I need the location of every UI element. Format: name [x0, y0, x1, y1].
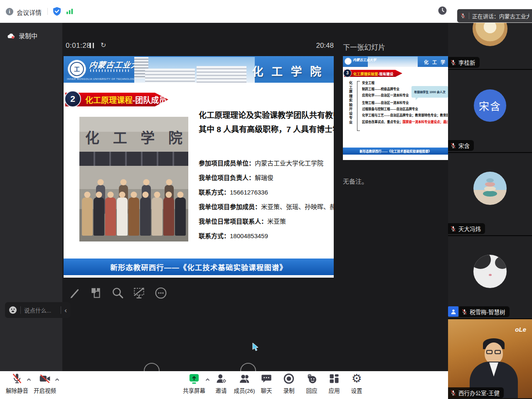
shapes-icon: [89, 286, 103, 300]
mic-muted-icon: [450, 226, 456, 232]
meeting-duration-clock-icon[interactable]: [438, 6, 447, 15]
collapse-chat-arrow[interactable]: ‹: [64, 307, 67, 314]
info-value: 米亚策、张瑶、孙映晖、郝建秀: [261, 203, 334, 210]
participant-name-tag: 西行办公室-王健: [448, 387, 504, 398]
reset-timer-button[interactable]: [101, 41, 106, 49]
participant-video-tile[interactable]: 天大冯炜: [448, 153, 532, 236]
preview-header-banner: 内蒙古工业大学 化 工 学: [343, 56, 448, 67]
security-shield-icon[interactable]: [52, 7, 62, 16]
school-name-title: 化 工 学 院: [252, 63, 324, 79]
person-figure: [117, 197, 128, 236]
more-tools-button[interactable]: [153, 285, 169, 301]
mic-muted-icon: [460, 12, 466, 19]
building-window-band: [79, 152, 188, 166]
zoom-tool-button[interactable]: [110, 285, 126, 301]
ellipsis-icon: [154, 286, 167, 300]
info-label: 联系方式：: [199, 189, 230, 196]
chat-input-placeholder[interactable]: 说点什么...: [24, 306, 57, 314]
chat-bubble-icon: [261, 373, 272, 384]
preview-slide-number-badge: 3: [343, 69, 352, 77]
slide-heading: 化工原理理论及实验课教学团队共有教师 11 人， 其中 8 人具有高级职称，7 …: [199, 108, 334, 137]
info-label: 联系方式：: [199, 232, 230, 239]
person-icon: [450, 308, 457, 315]
share-screen-button[interactable]: 共享屏幕: [180, 373, 209, 398]
person-figure: [175, 197, 186, 236]
next-slide-header: 下一张幻灯片: [343, 42, 385, 52]
mic-muted-icon: [450, 59, 456, 66]
participant-avatar: 宋含: [474, 89, 506, 122]
person-figure: [94, 197, 104, 236]
preview-vertical-label: 化工原理实验开设专业: [348, 81, 353, 135]
chat-quick-input[interactable]: 说点什么... ‹: [5, 302, 71, 318]
shapes-tool-button[interactable]: [88, 285, 104, 301]
preview-callout: 年接纳学生 1000 余人次: [411, 86, 448, 98]
group-of-people: [79, 169, 188, 236]
members-icon: [239, 373, 250, 384]
wall-clock: 20:48: [292, 42, 334, 50]
slide-title-sub: -团队成员: [133, 94, 167, 105]
person-figure: [152, 197, 163, 236]
participant-video-tile[interactable]: 宋含 宋含: [448, 70, 532, 153]
heading-line-1: 化工原理理论及实验课教学团队共有教师 11 人，: [199, 108, 334, 123]
recording-indicator[interactable]: 录制中: [7, 31, 37, 40]
pen-tool-button[interactable]: [66, 285, 82, 301]
meeting-details-link[interactable]: 会议详情: [17, 8, 42, 17]
participant-avatar: [473, 172, 507, 205]
slide-title-main: 化工原理课程: [85, 94, 133, 105]
pause-timer-button[interactable]: [90, 43, 94, 48]
participant-name-tag: 天大冯炜: [448, 223, 485, 234]
chatpill-divider: [20, 306, 21, 314]
speakbar-divider: [469, 12, 469, 19]
topbar-divider: [47, 8, 48, 15]
recording-label: 录制中: [19, 31, 37, 40]
mic-muted-icon: [461, 309, 468, 315]
chatpill-divider: [61, 306, 61, 314]
person-figure: [105, 197, 116, 236]
participant-name: 宋含: [458, 141, 470, 150]
unmute-button[interactable]: 解除静音: [2, 373, 32, 398]
settings-button[interactable]: 设置: [342, 373, 371, 398]
team-group-photo: 化工学院: [79, 117, 188, 241]
participant-avatar: [473, 23, 507, 46]
person-figure: [82, 197, 93, 236]
info-value: 解瑞俊: [255, 174, 273, 181]
preview-bracket: [357, 81, 360, 131]
invite-person-icon: [215, 373, 227, 384]
info-label: 我单位项目负责人：: [199, 174, 255, 181]
preview-title-banner: 化工原理实验室 -现有建设: [344, 70, 402, 77]
share-timer: 0:01:28: [66, 42, 91, 50]
university-logo-emblem: [70, 62, 84, 76]
participant-video-tile[interactable]: oLe 西行办公室-王健: [448, 319, 532, 398]
info-value: 内蒙古工业大学化工学院: [255, 160, 323, 167]
speaking-label: 正在讲话：内蒙古工业大学;: [472, 12, 529, 20]
participant-video-tile[interactable]: 李桂新: [448, 23, 532, 70]
stop-share-button[interactable]: [131, 285, 147, 301]
share-screen-icon: [188, 373, 200, 384]
no-notes-label: 无备注。: [343, 177, 368, 185]
annotation-toolbar: [66, 285, 169, 301]
gear-icon: [351, 373, 362, 384]
video-options-chevron[interactable]: [55, 378, 59, 381]
magnifier-icon: [111, 286, 124, 300]
participant-name-tag: 宋含: [448, 140, 474, 151]
preview-item: 过程装备与控制工程——自治区品牌专业: [362, 106, 448, 111]
info-label: 我单位项目参加成员：: [199, 203, 261, 210]
slide-header-banner: 内蒙古工业大学 INNER MONGOLIA UNIVERSITY OF TEC…: [64, 56, 334, 83]
campus-building-photo: [134, 57, 255, 83]
info-value: 18004853459: [230, 232, 268, 239]
emoji-smiley-icon[interactable]: [9, 306, 17, 314]
slide-footer-banner: 新形态教研西行——《化工技术基础实验课程图谱》: [64, 259, 334, 275]
info-value: 米亚策: [267, 218, 286, 225]
participants-panel: 李桂新 宋含 宋含 天大冯炜: [448, 23, 532, 399]
network-signal-icon[interactable]: [66, 8, 73, 15]
info-label: 我单位日常项目联系人：: [199, 218, 267, 225]
stage-left-sidebar: 录制中: [0, 23, 62, 371]
record-cloud-icon: [7, 32, 16, 39]
reaction-hand-icon: [306, 373, 318, 384]
meeting-topbar: 会议详情: [0, 0, 532, 23]
start-video-button[interactable]: 开启视频: [30, 373, 60, 398]
mic-muted-icon: [11, 373, 23, 384]
meeting-info-icon[interactable]: [6, 8, 13, 15]
participant-video-tile[interactable]: 税雪梅-智慧树: [448, 236, 532, 319]
next-slide-preview: 内蒙古工业大学 化 工 学 3 化工原理实验室 -现有建设 化工原理实验开设专业…: [343, 56, 448, 160]
